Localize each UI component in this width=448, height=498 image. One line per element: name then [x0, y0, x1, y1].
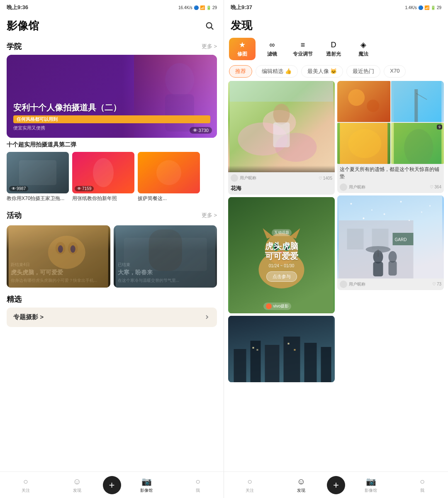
svg-rect-43	[265, 345, 280, 382]
nav-item-follow[interactable]: ○ 关注	[0, 477, 51, 493]
svg-rect-42	[251, 341, 261, 382]
video-grid: 👁 9987 教你用X70拍摄王家卫拖... 👁 7159	[0, 150, 224, 205]
hero-sub: 便宜实用又便携	[13, 125, 210, 131]
autumn-img-4: 9	[391, 123, 444, 164]
nav-item-me[interactable]: ○ 我	[172, 477, 224, 493]
r-network-speed: 1.4K/s	[405, 5, 417, 10]
follow-label: 关注	[22, 488, 30, 493]
cat-promo-image: 互动话题 虎头虎脑可可爱爱 01/24 ~ 01/30 点击参与 vivo摄影	[228, 197, 335, 313]
autumn-meta: 用户昵称 ♡ 364	[337, 181, 444, 193]
video-thumb-2: 👁 7159	[72, 152, 134, 193]
left-bottom-nav: ○ 关注 ☺ 发现 + 📷 影像馆 ○ 我	[0, 471, 224, 498]
r-nav-item-follow[interactable]: ○ 关注	[224, 477, 275, 493]
retouch-label: 修图	[237, 51, 247, 58]
svg-point-58	[348, 129, 381, 158]
r-nav-item-discover[interactable]: ☺ 发现	[275, 477, 327, 493]
snow-like-count: 73	[437, 282, 441, 286]
heart-icon-flower: ♡	[319, 176, 322, 181]
gallery-label: 影像馆	[140, 488, 153, 493]
masonry-item-flower[interactable]: 用户昵称 ♡ 1405 花海	[228, 81, 335, 195]
masonry-item-snow[interactable]: GARD	[337, 195, 444, 290]
activity-title: 活动	[7, 210, 22, 220]
video-card-1[interactable]: 👁 9987 教你用X70拍摄王家卫拖...	[7, 152, 69, 202]
tool-tab-magic[interactable]: ◈ 魔法	[350, 38, 377, 60]
svg-rect-41	[234, 349, 246, 382]
r-follow-label: 关注	[246, 488, 254, 493]
adjust-label: 专业调节	[293, 51, 313, 58]
battery-level: 29	[212, 5, 217, 10]
eye-icon: 👁	[193, 128, 197, 133]
promo-btn[interactable]: 点击参与	[266, 271, 297, 282]
video-card-3[interactable]: 披萨简餐这...	[138, 152, 200, 202]
tool-tab-light[interactable]: D 透射光	[320, 38, 347, 60]
flower-meta: 用户昵称 ♡ 1405	[228, 172, 335, 184]
nav-add-button[interactable]: +	[103, 476, 121, 494]
autumn-img-3	[337, 123, 390, 164]
r-nav-item-gallery[interactable]: 📷 影像馆	[345, 476, 397, 493]
light-icon: D	[331, 41, 336, 49]
vivo-icon	[266, 303, 272, 309]
r-battery-level: 29	[437, 5, 441, 10]
left-scroll-content: 学院 更多 > 安利十个人像拍摄道具（二） 任何风格都可以用到 便宜实用又便携 …	[0, 37, 224, 471]
svg-point-9	[156, 160, 181, 185]
video-thumb-1: 👁 9987	[7, 152, 69, 193]
vivo-text: vivo摄影	[273, 303, 289, 309]
snow-username: 用户昵称	[349, 281, 365, 287]
svg-line-1	[211, 27, 213, 29]
masonry-item-cat-promo[interactable]: 互动话题 虎头虎脑可可爱爱 01/24 ~ 01/30 点击参与 vivo摄影	[228, 197, 335, 313]
activity-grid: 距结束4日 虎头虎脑，可可爱爱 你身边有哪些虎头虎脑的小可爱？快拿出手机...	[0, 224, 224, 291]
masonry-item-autumn[interactable]: 9 这个夏天所有的遗憾，都是这个秋天惊喜的铺垫 用户昵称 ♡ 364	[337, 81, 444, 193]
svg-rect-44	[284, 337, 300, 382]
academy-more-link[interactable]: 更多 >	[202, 43, 217, 50]
filter-tags: 推荐 编辑精选 👍 最美人像 🐱 最近热门 X70	[224, 63, 448, 81]
r-wifi-icon: 📶	[424, 5, 429, 10]
hero-view-count: 👁 3730	[190, 127, 212, 134]
svg-point-53	[367, 100, 379, 112]
tool-tab-filter[interactable]: ∞ 滤镜	[259, 38, 285, 60]
svg-rect-48	[257, 349, 258, 351]
filter-tag-x70[interactable]: X70	[384, 65, 406, 78]
search-button[interactable]	[202, 18, 217, 33]
nav-item-discover[interactable]: ☺ 发现	[51, 477, 103, 493]
right-status-icons: 1.4K/s 🔵 📶 🔋 29	[405, 5, 441, 10]
svg-rect-5	[19, 160, 56, 185]
light-label: 透射光	[326, 51, 341, 58]
activity-card-1[interactable]: 距结束4日 虎头虎脑，可可爱爱 你身边有哪些虎头虎脑的小可爱？快拿出手机...	[7, 225, 110, 288]
snow-avatar	[340, 281, 347, 288]
filter-tag-editor[interactable]: 编辑精选 👍	[256, 65, 298, 78]
flower-overlay	[228, 166, 335, 172]
filter-tag-portrait[interactable]: 最美人像 🐱	[301, 65, 343, 78]
masonry-item-dark-city[interactable]	[228, 316, 335, 382]
gallery-icon: 📷	[141, 476, 152, 486]
selected-banner[interactable]: 专题摄影 >	[7, 308, 217, 327]
tool-tab-adjust[interactable]: ≡ 专业调节	[289, 38, 317, 60]
filter-tag-hot[interactable]: 最近热门	[346, 65, 380, 78]
r-nav-item-me[interactable]: ○ 我	[397, 477, 448, 493]
retouch-icon: ★	[239, 40, 246, 49]
svg-rect-63	[347, 229, 364, 249]
r-gallery-label: 影像馆	[365, 488, 377, 493]
activity-more-link[interactable]: 更多 >	[202, 212, 217, 219]
promo-date: 01/24 ~ 01/30	[269, 264, 294, 268]
filter-tag-recommend[interactable]: 推荐	[229, 65, 252, 78]
network-speed: 16.4K/s	[178, 5, 192, 10]
tool-tab-retouch[interactable]: ★ 修图	[229, 38, 256, 60]
activity-card-2[interactable]: 已结束 大寒，盼春来 在这个寒冷与温暖交替的节气里...	[114, 225, 217, 288]
me-icon: ○	[195, 477, 200, 486]
svg-rect-46	[321, 347, 331, 382]
video-card-2[interactable]: 👁 7159 用张纸教你拍新年照	[72, 152, 134, 202]
video-count-1: 👁 9987	[9, 186, 28, 191]
flower-avatar	[231, 174, 238, 182]
discover-icon: ☺	[73, 477, 81, 486]
autumn-text: 这个夏天所有的遗憾，都是这个秋天惊喜的铺垫	[337, 164, 444, 181]
hero-banner[interactable]: 安利十个人像拍摄道具（二） 任何风格都可以用到 便宜实用又便携 👁 3730	[7, 55, 217, 138]
svg-rect-47	[253, 347, 254, 349]
academy-title: 学院	[7, 42, 22, 51]
snow-image: GARD	[337, 195, 444, 278]
promo-tag: 互动话题	[272, 229, 292, 236]
r-battery-icon: 🔋	[431, 5, 436, 10]
r-nav-add-button[interactable]: +	[327, 476, 345, 494]
masonry-left-col: 用户昵称 ♡ 1405 花海	[228, 81, 335, 468]
autumn-avatar	[340, 183, 347, 191]
nav-item-gallery[interactable]: 📷 影像馆	[121, 476, 173, 493]
